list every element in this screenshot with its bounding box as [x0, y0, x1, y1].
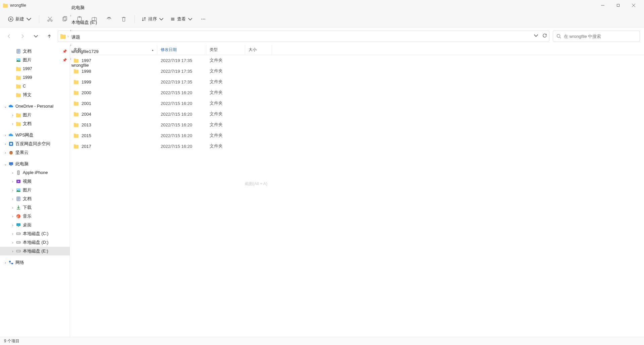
chevron-down-icon	[26, 16, 32, 22]
tree-item[interactable]: › 坚果云	[0, 148, 70, 157]
file-row[interactable]: 1998 2022/7/19 17:35 文件夹	[70, 66, 644, 76]
refresh-button[interactable]	[542, 33, 547, 39]
file-row[interactable]: 1999 2022/7/19 17:35 文件夹	[70, 76, 644, 87]
file-row[interactable]: 2004 2022/7/15 16:20 文件夹	[70, 109, 644, 119]
sort-button[interactable]: 排序	[139, 14, 166, 24]
download-icon	[15, 205, 21, 211]
col-name[interactable]: 名称▴	[70, 45, 157, 55]
new-button[interactable]: 新建	[5, 14, 35, 24]
breadcrumb-item[interactable]: 课题	[70, 33, 100, 42]
sidebar[interactable]: 文档 📌 图片 📌 1997 1999 C 博文 ⌄ OneDrive - Pe…	[0, 45, 70, 337]
file-row[interactable]: 2017 2022/7/15 16:20 文件夹	[70, 141, 644, 152]
file-row[interactable]: 1997 2022/7/19 17:35 文件夹	[70, 55, 644, 66]
file-type: 文件夹	[206, 90, 245, 96]
minimize-button[interactable]	[595, 0, 610, 11]
file-row[interactable]: 2015 2022/7/15 16:20 文件夹	[70, 130, 644, 141]
tree-item[interactable]: › 本地磁盘 (E:)	[0, 247, 70, 255]
tree-label: 音乐	[23, 214, 32, 219]
tree-item[interactable]: › 视频	[0, 177, 70, 186]
chevron-down-icon[interactable]	[534, 33, 538, 39]
tree-item[interactable]: › 图片	[0, 111, 70, 119]
tree-label: 图片	[23, 112, 32, 118]
maximize-button[interactable]	[610, 0, 626, 11]
cut-button[interactable]	[43, 13, 57, 25]
main-area: 文档 📌 图片 📌 1997 1999 C 博文 ⌄ OneDrive - Pe…	[0, 45, 644, 337]
address-bar[interactable]: › 此电脑›本地磁盘 (E:)›课题›wrongfile1729›wrongfi…	[58, 31, 549, 42]
tree-item[interactable]: ⌄ OneDrive - Personal	[0, 102, 70, 111]
folder-icon	[73, 79, 79, 84]
search-input[interactable]	[564, 34, 636, 39]
tree-item[interactable]: › 音乐	[0, 212, 70, 221]
tree-item[interactable]: › 本地磁盘 (C:)	[0, 229, 70, 238]
pc-icon	[8, 161, 14, 167]
tree-item[interactable]: 博文	[0, 91, 70, 99]
file-row[interactable]: 2001 2022/7/15 16:20 文件夹	[70, 98, 644, 109]
tree-item[interactable]: › WPS网盘	[0, 131, 70, 139]
status-text: 9 个项目	[4, 338, 19, 344]
chevron-icon[interactable]: ›	[10, 215, 15, 218]
copy-button[interactable]	[58, 13, 71, 25]
tree-item[interactable]: › 图片	[0, 186, 70, 194]
tree-item[interactable]: › 下载	[0, 203, 70, 212]
svg-point-44	[16, 214, 20, 218]
tree-item[interactable]: 1999	[0, 73, 70, 82]
tree-item[interactable]: › 桌面	[0, 221, 70, 229]
file-date: 2022/7/15 16:20	[157, 133, 206, 138]
tree-item[interactable]: 文档 📌	[0, 47, 70, 56]
recent-button[interactable]	[31, 31, 41, 41]
chevron-icon[interactable]: ⌄	[3, 162, 8, 166]
file-row[interactable]: 2013 2022/7/15 16:20 文件夹	[70, 119, 644, 130]
chevron-icon[interactable]: ›	[10, 113, 15, 117]
chevron-icon[interactable]: ›	[3, 261, 8, 265]
chevron-icon[interactable]: ›	[10, 249, 15, 253]
tree-item[interactable]: ⌄ 此电脑	[0, 160, 70, 168]
chevron-icon[interactable]: ›	[10, 171, 15, 175]
chevron-icon[interactable]: ⌄	[3, 105, 8, 108]
search-box[interactable]	[553, 31, 640, 42]
chevron-icon[interactable]: ›	[10, 223, 15, 227]
chevron-icon[interactable]: ›	[3, 133, 8, 137]
chevron-icon[interactable]: ›	[10, 206, 15, 210]
tree-label: 图片	[23, 187, 32, 193]
video-icon	[15, 178, 21, 184]
tree-item[interactable]: › 百度网盘同步空间	[0, 139, 70, 148]
chevron-icon[interactable]: ›	[10, 232, 15, 236]
breadcrumb-item[interactable]: 此电脑	[70, 3, 100, 12]
tree-item[interactable]: › 文档	[0, 194, 70, 203]
close-button[interactable]	[626, 0, 641, 11]
svg-point-50	[19, 242, 20, 243]
chevron-icon[interactable]: ›	[10, 188, 15, 192]
file-name: 1998	[82, 69, 91, 74]
tree-item[interactable]: › Apple iPhone	[0, 168, 70, 177]
chevron-icon[interactable]: ›	[3, 151, 8, 155]
phone-icon	[15, 170, 21, 176]
chevron-icon[interactable]: ›	[10, 241, 15, 244]
up-button[interactable]	[44, 31, 54, 41]
tree-item[interactable]: 1997	[0, 64, 70, 73]
tree-item[interactable]: › 网络	[0, 258, 70, 267]
more-button[interactable]	[197, 13, 210, 25]
delete-button[interactable]	[117, 13, 130, 25]
tree-item[interactable]: › 文档	[0, 119, 70, 128]
chevron-icon[interactable]: ›	[10, 197, 15, 201]
forward-button[interactable]	[17, 31, 28, 41]
chevron-icon[interactable]: ›	[10, 180, 15, 183]
col-date[interactable]: 修改日期	[157, 45, 206, 55]
tree-item[interactable]: 图片 📌	[0, 56, 70, 64]
col-size[interactable]: 大小	[245, 45, 272, 55]
chevron-icon[interactable]: ›	[3, 142, 8, 146]
tree-item[interactable]: C	[0, 82, 70, 91]
file-type: 文件夹	[206, 122, 245, 128]
view-button[interactable]: 查看	[168, 14, 195, 24]
file-row[interactable]: 2000 2022/7/15 16:20 文件夹	[70, 87, 644, 98]
chevron-right-icon: ›	[67, 34, 69, 38]
folder-icon	[15, 66, 21, 72]
svg-point-52	[19, 251, 20, 251]
svg-point-21	[203, 18, 204, 19]
share-button[interactable]	[102, 13, 116, 25]
chevron-icon[interactable]: ›	[10, 122, 15, 126]
breadcrumb-item[interactable]: 本地磁盘 (E:)	[70, 18, 100, 27]
back-button[interactable]	[4, 31, 14, 41]
tree-item[interactable]: › 本地磁盘 (D:)	[0, 238, 70, 247]
col-type[interactable]: 类型	[206, 45, 245, 55]
